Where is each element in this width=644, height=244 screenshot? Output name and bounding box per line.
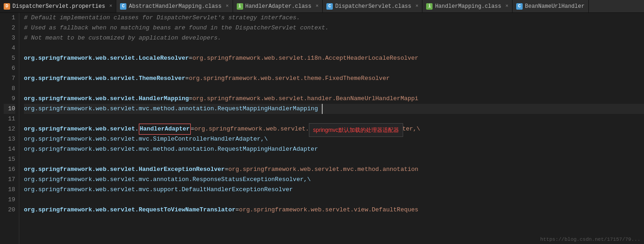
- line-number-14: 14: [4, 144, 15, 154]
- value-7: org.springframework.web.servlet.theme.Fi…: [189, 74, 390, 84]
- code-line-7: org.springframework.web.servlet.ThemeRes…: [24, 74, 644, 84]
- code-line-11: [24, 114, 644, 124]
- equals-5: =: [189, 53, 193, 63]
- code-line-4: [24, 43, 644, 53]
- value-16: org.springframework.web.servlet.mvc.meth…: [228, 165, 418, 175]
- equals-7: =: [185, 74, 189, 84]
- key-prefix-12: org.springframework.web.servlet.: [24, 124, 139, 134]
- line-number-20: 20: [4, 205, 15, 215]
- code-line-3: # Not meant to be customized by applicat…: [24, 33, 644, 43]
- key-7: org.springframework.web.servlet.ThemeRes…: [24, 74, 185, 84]
- handler-adapter-boxed: HandlerAdapter: [139, 124, 191, 135]
- tab-label-tab1: DispatcherServlet.properties: [12, 3, 105, 10]
- key-9: org.springframework.web.servlet.HandlerM…: [24, 94, 189, 104]
- code-line-5: org.springframework.web.servlet.LocaleRe…: [24, 53, 644, 63]
- line-number-16: 16: [4, 165, 15, 175]
- text-cursor: [318, 104, 323, 114]
- line-number-4: 4: [4, 43, 15, 53]
- key-20: org.springframework.web.servlet.RequestT…: [24, 205, 235, 215]
- tab-close-tab5[interactable]: ×: [505, 4, 508, 9]
- line-number-8: 8: [4, 84, 15, 94]
- editor: 1234567891011121314151617181920 # Defaul…: [0, 13, 644, 244]
- tab-icon-tab1: D: [4, 3, 10, 10]
- code-line-12: org.springframework.web.servlet.HandlerA…: [24, 124, 644, 134]
- code-text-18: org.springframework.web.servlet.mvc.supp…: [24, 185, 293, 195]
- code-line-6: [24, 63, 644, 74]
- line-number-15: 15: [4, 154, 15, 165]
- line-number-18: 18: [4, 185, 15, 195]
- comment-text-2: # Used as fallback when no matching bean…: [24, 23, 329, 33]
- tab-close-tab3[interactable]: ×: [316, 4, 319, 9]
- tooltip-handler-adapter: springmvc默认加载的处理器适配器: [309, 123, 403, 137]
- tab-close-tab2[interactable]: ×: [226, 4, 229, 9]
- comment-text-3: # Not meant to be customized by applicat…: [24, 33, 221, 43]
- tab-label-tab4: DispatcherServlet.class: [335, 3, 411, 10]
- code-text-14: org.springframework.web.servlet.mvc.meth…: [24, 144, 318, 154]
- code-line-9: org.springframework.web.servlet.HandlerM…: [24, 94, 644, 104]
- tab-label-tab5: HandlerMapping.class: [435, 3, 501, 10]
- code-line-1: # Default implementation classes for Dis…: [24, 13, 644, 23]
- code-line-16: org.springframework.web.servlet.HandlerE…: [24, 165, 644, 175]
- tab-icon-tab4: C: [326, 3, 333, 10]
- line-number-13: 13: [4, 134, 15, 144]
- tab-icon-tab3: i: [237, 3, 243, 10]
- line-number-1: 1: [4, 13, 15, 23]
- line-number-2: 2: [4, 23, 15, 33]
- code-line-14: org.springframework.web.servlet.mvc.meth…: [24, 144, 644, 154]
- key-5: org.springframework.web.servlet.LocaleRe…: [24, 53, 189, 63]
- value-9: org.springframework.web.servlet.handler.…: [193, 94, 418, 104]
- code-line-15: [24, 154, 644, 165]
- code-text-13: org.springframework.web.servlet.mvc.Simp…: [24, 134, 268, 144]
- tab-icon-tab6: C: [516, 3, 523, 10]
- line-number-11: 11: [4, 114, 15, 124]
- value-5: org.springframework.web.servlet.i18n.Acc…: [193, 53, 418, 63]
- equals-20: =: [235, 205, 239, 215]
- tab-label-tab2: AbstractHandlerMapping.class: [129, 3, 222, 10]
- tab-tab1[interactable]: DDispatcherServlet.properties×: [0, 0, 116, 12]
- equals-16: =: [225, 165, 228, 175]
- code-line-10: org.springframework.web.servlet.mvc.meth…: [24, 104, 644, 114]
- line-number-6: 6: [4, 63, 15, 74]
- code-line-17: org.springframework.web.servlet.mvc.anno…: [24, 175, 644, 185]
- watermark: https://blog.csdn.net/17157/79...: [540, 237, 640, 242]
- tab-icon-tab5: i: [426, 3, 433, 10]
- equals-12: =: [191, 124, 194, 134]
- tab-close-tab1[interactable]: ×: [109, 4, 113, 9]
- tab-icon-tab2: C: [120, 3, 126, 10]
- tab-tab6[interactable]: CBeanNameUrlHandler: [513, 0, 589, 12]
- line-number-10: 10: [4, 104, 15, 114]
- tab-close-tab4[interactable]: ×: [416, 4, 419, 9]
- comment-text-1: # Default implementation classes for Dis…: [24, 13, 300, 23]
- tab-tab5[interactable]: iHandlerMapping.class×: [422, 0, 513, 12]
- code-text-17: org.springframework.web.servlet.mvc.anno…: [24, 175, 311, 185]
- tab-bar: DDispatcherServlet.properties×CAbstractH…: [0, 0, 644, 13]
- tab-tab4[interactable]: CDispatcherServlet.class×: [323, 0, 422, 12]
- line-numbers: 1234567891011121314151617181920: [0, 13, 19, 244]
- tab-label-tab6: BeanNameUrlHandler: [525, 3, 585, 10]
- line-number-7: 7: [4, 74, 15, 84]
- code-content: # Default implementation classes for Dis…: [19, 13, 644, 244]
- tab-tab2[interactable]: CAbstractHandlerMapping.class×: [116, 0, 233, 12]
- line-number-3: 3: [4, 33, 15, 43]
- code-line-19: [24, 195, 644, 205]
- line-number-17: 17: [4, 175, 15, 185]
- code-text-10: org.springframework.web.servlet.mvc.meth…: [24, 104, 318, 114]
- code-line-20: org.springframework.web.servlet.RequestT…: [24, 205, 644, 215]
- key-16: org.springframework.web.servlet.HandlerE…: [24, 165, 225, 175]
- line-number-12: 12: [4, 124, 15, 134]
- tab-tab3[interactable]: iHandlerAdapter.class×: [233, 0, 323, 12]
- code-line-8: [24, 84, 644, 94]
- tab-label-tab3: HandlerAdapter.class: [245, 3, 312, 10]
- line-number-9: 9: [4, 94, 15, 104]
- line-number-19: 19: [4, 195, 15, 205]
- code-line-18: org.springframework.web.servlet.mvc.supp…: [24, 185, 644, 195]
- line-number-5: 5: [4, 53, 15, 63]
- value-20: org.springframework.web.servlet.view.Def…: [239, 205, 418, 215]
- code-line-2: # Used as fallback when no matching bean…: [24, 23, 644, 33]
- equals-9: =: [189, 94, 193, 104]
